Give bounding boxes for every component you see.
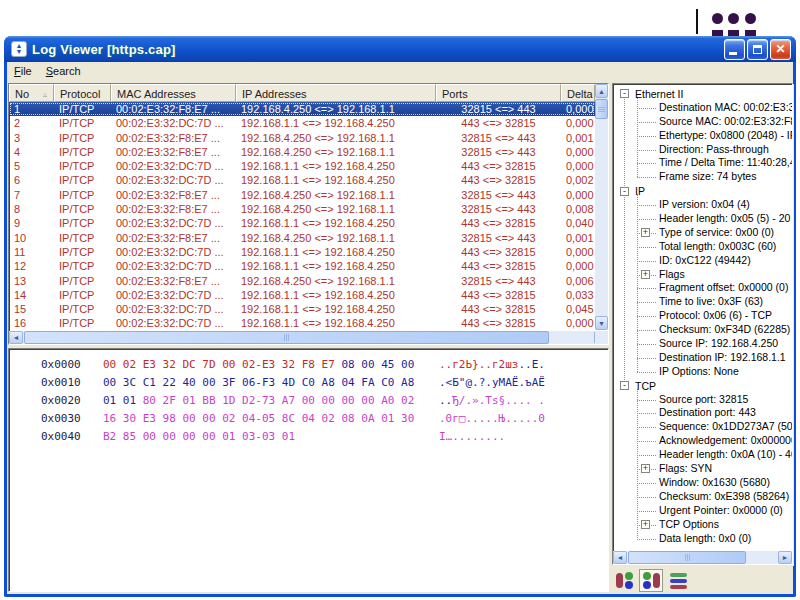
table-row[interactable]: 6IP/TCP00:02:E3:32:DC:7D ...192.168.1.1 … [9, 173, 595, 187]
tree-node[interactable]: Total length: 0x003C (60) [613, 240, 792, 254]
tree-node[interactable]: Ethertype: 0x0800 (2048) - IP [613, 129, 792, 143]
scroll-down-button[interactable]: ▼ [595, 316, 608, 330]
tree-node[interactable]: Destination port: 443 [613, 406, 792, 420]
hex-ascii: .0г□.....Њ.....0 [439, 410, 545, 428]
cell-no: 5 [9, 159, 54, 173]
expand-icon[interactable]: + [641, 270, 650, 279]
table-row[interactable]: 3IP/TCP00:02:E3:32:F8:E7 ...192.168.4.25… [9, 131, 595, 145]
tree-horizontal-scrollbar[interactable]: ◄ ► [613, 551, 792, 564]
column-header-protocol[interactable]: Protocol [54, 84, 111, 102]
expand-icon[interactable]: + [641, 228, 650, 237]
tree-node[interactable]: IP Options: None [613, 365, 792, 379]
column-header-mac[interactable]: MAC Addresses [111, 84, 236, 102]
scrollbar-thumb[interactable] [24, 331, 549, 344]
cell-no: 6 [9, 173, 54, 187]
table-row[interactable]: 11IP/TCP00:02:E3:32:DC:7D ...192.168.1.1… [9, 245, 595, 259]
cell-ip: 192.168.4.250 <=> 192.168.1.1 [236, 145, 436, 159]
scroll-left-button[interactable]: ◄ [9, 331, 23, 344]
menu-item-search[interactable]: Search [39, 63, 88, 79]
tree-node[interactable]: Fragment offset: 0x0000 (0) [613, 281, 792, 295]
app-icon[interactable]: ▲ ▼ [11, 41, 27, 57]
table-horizontal-scrollbar[interactable]: ◄ ► [9, 331, 608, 344]
collapse-icon[interactable]: - [620, 187, 629, 196]
cell-protocol: IP/TCP [54, 274, 111, 288]
cell-ip: 192.168.1.1 <=> 192.168.4.250 [236, 245, 436, 259]
table-row[interactable]: 1IP/TCP00:02:E3:32:F8:E7 ...192.168.4.25… [9, 102, 595, 116]
column-header-delta[interactable]: Delta [561, 84, 595, 102]
tree-node[interactable]: Window: 0x1630 (5680) [613, 476, 792, 490]
tree-node[interactable]: Checksum: 0xF34D (62285) - corre [613, 323, 792, 337]
tree-node[interactable]: Time to live: 0x3F (63) [613, 295, 792, 309]
table-row[interactable]: 8IP/TCP00:02:E3:32:F8:E7 ...192.168.4.25… [9, 202, 595, 216]
cell-protocol: IP/TCP [54, 102, 111, 116]
column-header-no[interactable]: No ▵ [9, 84, 54, 102]
tree-node[interactable]: Header length: 0x05 (5) - 20 bytes [613, 212, 792, 226]
scroll-up-button[interactable]: ▲ [595, 84, 608, 98]
table-row[interactable]: 7IP/TCP00:02:E3:32:F8:E7 ...192.168.4.25… [9, 188, 595, 202]
column-header-ports[interactable]: Ports [436, 84, 561, 102]
tree-node[interactable]: Header length: 0x0A (10) - 40 byt [613, 448, 792, 462]
tree-node[interactable]: Data length: 0x0 (0) [613, 532, 792, 546]
tree-node[interactable]: Source port: 32815 [613, 393, 792, 407]
tree-node-ip[interactable]: -IP [613, 184, 792, 198]
tree-node[interactable]: ID: 0xC122 (49442) [613, 254, 792, 268]
tree-node[interactable]: Urgent Pointer: 0x0000 (0) [613, 504, 792, 518]
tree-node[interactable]: Source MAC: 00:02:E3:32:F8:E7 [613, 115, 792, 129]
cell-ports: 32815 <=> 443 [436, 131, 561, 145]
tree-node[interactable]: +Type of service: 0x00 (0) [613, 226, 792, 240]
collapse-icon[interactable]: - [620, 381, 629, 390]
tree-node[interactable]: Checksum: 0xE398 (58264) - corre [613, 490, 792, 504]
table-vertical-scrollbar[interactable]: ▲ ▼ [595, 84, 608, 330]
cell-ip: 192.168.4.250 <=> 192.168.1.1 [236, 202, 436, 216]
table-row[interactable]: 15IP/TCP00:02:E3:32:DC:7D ...192.168.1.1… [9, 302, 595, 316]
column-header-ip[interactable]: IP Addresses [236, 84, 436, 102]
scroll-right-button[interactable]: ► [778, 551, 792, 564]
tree-node[interactable]: Destination IP: 192.168.1.1 [613, 351, 792, 365]
title-bar[interactable]: ▲ ▼ Log Viewer [https.cap] ✕ [4, 36, 796, 62]
cell-ports: 443 <=> 32815 [436, 216, 561, 230]
tree-node[interactable]: Frame size: 74 bytes [613, 170, 792, 184]
table-row[interactable]: 16IP/TCP00:02:E3:32:DC:7D ...192.168.1.1… [9, 316, 595, 330]
table-row[interactable]: 9IP/TCP00:02:E3:32:DC:7D ...192.168.1.1 … [9, 216, 595, 230]
expand-icon[interactable]: + [641, 464, 650, 473]
maximize-button[interactable] [747, 39, 768, 60]
close-button[interactable]: ✕ [770, 39, 791, 60]
tree-node-label: Checksum: 0xE398 (58264) - corre [659, 490, 792, 502]
view-mode-2-button[interactable] [639, 569, 663, 592]
table-row[interactable]: 5IP/TCP00:02:E3:32:DC:7D ...192.168.1.1 … [9, 159, 595, 173]
tree-node-tcp[interactable]: -TCP [613, 379, 792, 393]
tree-node[interactable]: +Flags [613, 268, 792, 282]
scroll-left-button[interactable]: ◄ [613, 551, 627, 564]
cell-no: 7 [9, 188, 54, 202]
expand-icon[interactable]: + [641, 520, 650, 529]
hex-offset: 0x0030 [41, 410, 103, 428]
tree-node[interactable]: Destination MAC: 00:02:E3:32:DC [613, 101, 792, 115]
tree-node[interactable]: +TCP Options [613, 518, 792, 532]
scrollbar-thumb[interactable] [595, 99, 608, 119]
tree-node[interactable]: +Flags: SYN [613, 462, 792, 476]
table-row[interactable]: 13IP/TCP00:02:E3:32:F8:E7 ...192.168.4.2… [9, 274, 595, 288]
view-mode-1-button[interactable] [612, 569, 636, 592]
collapse-icon[interactable]: - [620, 89, 629, 98]
cell-mac: 00:02:E3:32:DC:7D ... [111, 116, 236, 130]
tree-node[interactable]: Source IP: 192.168.4.250 [613, 337, 792, 351]
red-pill-icon [653, 573, 660, 588]
tree-node[interactable]: IP version: 0x04 (4) [613, 198, 792, 212]
tree-node[interactable]: Protocol: 0x06 (6) - TCP [613, 309, 792, 323]
view-mode-3-button[interactable] [666, 569, 690, 592]
table-row[interactable]: 14IP/TCP00:02:E3:32:DC:7D ...192.168.1.1… [9, 288, 595, 302]
cell-protocol: IP/TCP [54, 159, 111, 173]
table-row[interactable]: 2IP/TCP00:02:E3:32:DC:7D ...192.168.1.1 … [9, 116, 595, 130]
scrollbar-thumb[interactable] [628, 551, 746, 564]
tree-node[interactable]: Time / Delta Time: 11:40:28,463 / [613, 156, 792, 170]
minimize-button[interactable] [724, 39, 745, 60]
tree-node[interactable]: Direction: Pass-through [613, 143, 792, 157]
table-row[interactable]: 12IP/TCP00:02:E3:32:DC:7D ...192.168.1.1… [9, 259, 595, 273]
menu-item-file[interactable]: File [7, 63, 39, 79]
tree-node-ethernet-ii[interactable]: -Ethernet II [613, 87, 792, 101]
table-row[interactable]: 10IP/TCP00:02:E3:32:F8:E7 ...192.168.4.2… [9, 231, 595, 245]
table-row[interactable]: 4IP/TCP00:02:E3:32:F8:E7 ...192.168.4.25… [9, 145, 595, 159]
tree-node[interactable]: Acknowledgement: 0x00000000 (0 [613, 434, 792, 448]
tree-node[interactable]: Sequence: 0x1DD273A7 (5003314 [613, 420, 792, 434]
cell-ip: 192.168.4.250 <=> 192.168.1.1 [236, 231, 436, 245]
